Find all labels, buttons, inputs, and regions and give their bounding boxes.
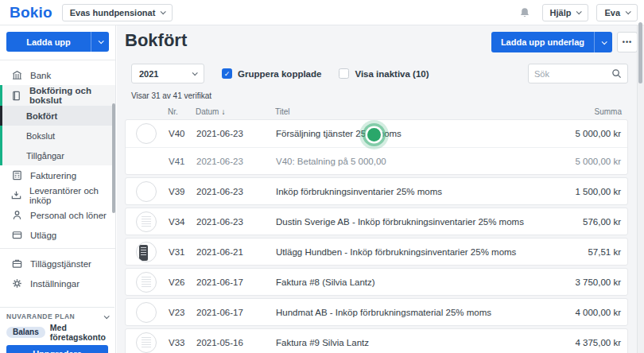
sidebar-item-fakturering[interactable]: Fakturering: [0, 165, 115, 185]
sidebar-subitem-label: Bokslut: [26, 131, 55, 141]
avatar-cell: [126, 302, 169, 323]
show-inactive-checkbox[interactable]: Visa inaktiva (10): [339, 68, 429, 79]
row-date: 2021-05-16: [196, 338, 276, 347]
row-nr: V26: [169, 277, 196, 287]
search-box[interactable]: [528, 64, 628, 83]
verification-row[interactable]: V412021-06-23V40: Betalning på 5 000,005…: [126, 147, 627, 174]
chevron-down-icon[interactable]: [104, 313, 110, 319]
sidebar-subitem-bokfort[interactable]: Bokfört: [0, 106, 115, 126]
row-title: Utlägg Hundben - Inköp förbrukningsinven…: [276, 247, 540, 257]
row-nr: V34: [169, 217, 196, 227]
sidebar-scrollbar-thumb[interactable]: [112, 103, 115, 213]
chevron-down-icon: [626, 9, 631, 14]
sidebar-section-bokforing-och-bokslut: Bokföring och bokslutBokförtBokslutTillg…: [0, 85, 115, 165]
receipt-avatar: [136, 242, 157, 262]
chevron-down-icon: [161, 9, 166, 14]
checkbox-checked-icon[interactable]: ✓: [222, 68, 232, 79]
row-date: 2021-06-17: [196, 277, 276, 287]
sidebar-item-bank[interactable]: Bank: [0, 65, 115, 85]
upload-underlag-button[interactable]: Ladda upp underlag: [491, 32, 594, 52]
sidebar-item-bokforing-och-bokslut[interactable]: Bokföring och bokslut: [0, 85, 115, 106]
receipt-avatar: [136, 123, 157, 144]
sidebar-menu: BankBokföring och bokslutBokförtBokslutT…: [0, 65, 115, 293]
header-date: Datum↓: [196, 107, 275, 116]
gear-icon: [10, 277, 23, 290]
sidebar-item-installningar[interactable]: Inställningar: [0, 273, 115, 293]
year-value: 2021: [139, 69, 158, 79]
upload-split-button[interactable]: Ladda upp: [6, 32, 109, 52]
upgrade-button[interactable]: Uppgradera: [6, 345, 108, 353]
verification-row[interactable]: V392021-06-23Inköp förbrukningsinventari…: [126, 178, 627, 204]
invoice-icon: [10, 169, 23, 182]
verification-card: V312021-06-21Utlägg Hundben - Inköp förb…: [125, 238, 628, 266]
search-input[interactable]: [534, 69, 611, 79]
upload-dropdown-arrow[interactable]: [91, 32, 109, 52]
sidebar-subitem-label: Bokfört: [26, 111, 57, 121]
sidebar-item-label: Personal och löner: [30, 211, 107, 220]
verifications-table: Nr. Datum↓ Titel Summa V402021-06-23Förs…: [125, 104, 628, 353]
verification-row[interactable]: V402021-06-23Försäljning tjänster 25% mo…: [126, 120, 627, 147]
sidebar-item-label: Bokföring och bokslut: [29, 86, 115, 105]
notification-bell-icon[interactable]: [518, 6, 531, 19]
sidebar-divider: [0, 248, 115, 249]
receipt-avatar: [136, 181, 157, 202]
verification-card: V262021-06-17Faktura #8 (Silvia Lantz)3 …: [125, 268, 628, 296]
inbox-icon: [10, 189, 22, 202]
checkbox-label: Gruppera kopplade: [238, 69, 321, 79]
sidebar-item-tillaggstjanster[interactable]: Tilläggstjänster: [0, 254, 115, 273]
row-date: 2021-06-23: [196, 187, 276, 196]
header-title: Titel: [275, 107, 541, 116]
help-label: Hjälp: [550, 8, 572, 17]
row-nr: V41: [169, 157, 196, 166]
upload-underlag-dropdown-arrow[interactable]: [594, 32, 612, 52]
verification-row[interactable]: V262021-06-17Faktura #8 (Silvia Lantz)3 …: [126, 269, 627, 295]
group-linked-checkbox[interactable]: ✓ Gruppera kopplade: [222, 68, 321, 79]
sidebar-subitem-tillgangar[interactable]: Tillgångar: [0, 145, 115, 165]
main-scrollbar-thumb[interactable]: [638, 22, 642, 83]
sidebar-subitem-bokslut[interactable]: Bokslut: [0, 126, 115, 145]
avatar-cell: [126, 272, 169, 293]
company-selector[interactable]: Evas hundpensionat: [62, 4, 173, 21]
results-count: Visar 31 av 41 verifikat: [131, 91, 628, 100]
row-sum: 576,00 kr: [540, 217, 627, 227]
checkbox-unchecked-icon[interactable]: [339, 68, 349, 79]
sidebar-item-utlagg[interactable]: Utlägg: [0, 225, 115, 245]
sidebar-item-label: Leverantörer och inköp: [29, 186, 115, 205]
current-plan-panel: NUVARANDE PLAN Balans Med företagskonto …: [0, 307, 114, 353]
help-menu-button[interactable]: Hjälp: [542, 4, 589, 21]
more-options-button[interactable]: •••: [617, 32, 638, 52]
upload-underlag-split-button[interactable]: Ladda upp underlag: [491, 32, 612, 52]
row-sum: 1 500,00 kr: [540, 187, 627, 196]
row-nr: V39: [169, 187, 196, 196]
avatar-cell: [126, 211, 169, 232]
row-sum: 3 750,00 kr: [540, 277, 627, 287]
row-nr: V23: [169, 308, 196, 317]
receipt-avatar: [136, 332, 157, 353]
row-nr: V33: [169, 338, 196, 347]
chevron-down-icon: [192, 70, 198, 76]
upload-button[interactable]: Ladda upp: [6, 32, 91, 52]
user-menu-button[interactable]: Eva: [596, 4, 638, 21]
year-select[interactable]: 2021: [131, 64, 204, 83]
avatar-cell: [126, 242, 169, 262]
row-title: Faktura #9 Silvia Lantz: [276, 338, 540, 347]
verification-row[interactable]: V312021-06-21Utlägg Hundben - Inköp förb…: [126, 239, 627, 265]
verification-row[interactable]: V332021-05-16Faktura #9 Silvia Lantz4 37…: [126, 329, 627, 353]
sort-descending-icon[interactable]: ↓: [221, 107, 225, 116]
avatar-cell: [126, 181, 169, 202]
verification-row[interactable]: V232021-06-17Hundmat AB - Inköp förbrukn…: [126, 299, 627, 325]
sidebar-item-label: Fakturering: [30, 171, 76, 180]
verification-row[interactable]: V342021-06-23Dustin Sverige AB - Inköp f…: [126, 208, 627, 235]
verification-group-card: V402021-06-23Försäljning tjänster 25% mo…: [125, 119, 628, 175]
bank-icon: [10, 69, 23, 82]
row-date: 2021-06-17: [196, 308, 276, 317]
chevron-down-icon: [601, 39, 607, 45]
company-name: Evas hundpensionat: [70, 8, 156, 17]
row-date: 2021-06-23: [196, 129, 276, 138]
sidebar-item-leverantorer-och-inkop[interactable]: Leverantörer och inköp: [0, 185, 115, 205]
sidebar-item-personal-och-loner[interactable]: Personal och löner: [0, 205, 115, 225]
sidebar-item-label: Bank: [30, 71, 51, 80]
row-title: Faktura #8 (Silvia Lantz): [276, 277, 540, 287]
row-sum: 5 000,00 kr: [540, 129, 627, 138]
row-date: 2021-06-23: [196, 217, 276, 227]
